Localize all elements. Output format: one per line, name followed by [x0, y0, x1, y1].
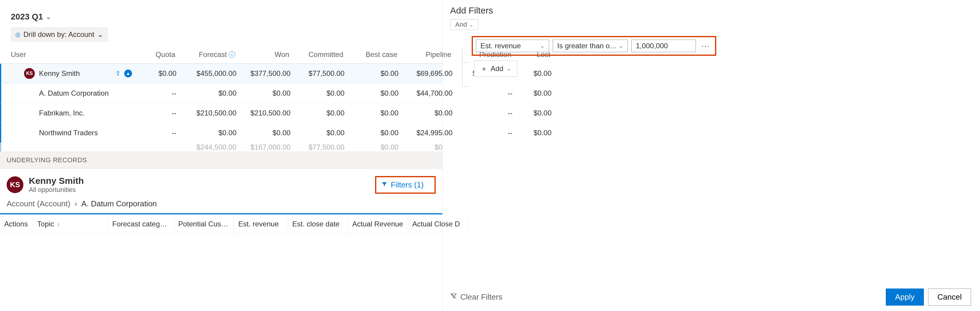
cell-forecast: $455,000.00	[180, 69, 240, 78]
cell-forecast: $0.00	[180, 89, 240, 97]
col-est-close-date[interactable]: Est. close date	[288, 214, 348, 233]
forecast-table-header: User Quota Forecast i Won Committed Best…	[0, 46, 442, 63]
cell-quota: --	[138, 109, 180, 117]
col-forecast-category[interactable]: Forecast category	[108, 214, 174, 233]
expand-icon[interactable]: ▲	[124, 70, 132, 78]
col-topic-label: Topic	[37, 220, 54, 228]
more-options-icon[interactable]: ⋯	[700, 41, 712, 51]
info-icon[interactable]: i	[229, 51, 235, 58]
period-selector[interactable]: 2023 Q1 ⌄	[0, 0, 442, 28]
filter-condition-row: Est. revenue ⌄ Is greater than or equal …	[472, 36, 716, 56]
cell-committed: $0.00	[294, 109, 348, 117]
breadcrumb-parent[interactable]: Account (Account)	[6, 199, 70, 208]
filter-pane-footer: Clear Filters Apply Cancel	[450, 289, 971, 306]
filter-operator-select[interactable]: Is greater than or equal ... ⌄	[553, 40, 628, 52]
filters-button[interactable]: Filters (1)	[376, 177, 428, 192]
cell-bestcase: $0.00	[348, 129, 402, 137]
col-topic[interactable]: Topic ↑	[33, 214, 108, 233]
footer-buttons: Apply Cancel	[881, 289, 971, 306]
cell-forecast: $0.00	[180, 129, 240, 137]
plus-icon: ＋	[480, 64, 488, 73]
col-est-revenue[interactable]: Est. revenue	[234, 214, 288, 233]
forecast-row-child[interactable]: Northwind Traders -- $0.00 $0.00 $0.00 $…	[0, 123, 442, 143]
col-forecast-label: Forecast	[199, 51, 227, 59]
logic-operator-pill[interactable]: And ⌄	[450, 19, 478, 30]
underlying-records-bar: UNDERLYING RECORDS	[0, 152, 442, 168]
account-cell: Fabrikam, Inc.	[12, 109, 138, 117]
filter-column-select[interactable]: Est. revenue ⌄	[476, 40, 549, 52]
col-committed[interactable]: Committed	[293, 51, 347, 59]
forecast-row-child[interactable]: A. Datum Corporation -- $0.00 $0.00 $0.0…	[0, 83, 442, 103]
cell-won: $0.00	[240, 129, 294, 137]
col-quota[interactable]: Quota	[137, 51, 179, 59]
account-cell: Northwind Traders	[12, 129, 138, 137]
cancel-button[interactable]: Cancel	[928, 289, 971, 306]
row-action-icons: ⇪ ▲	[115, 70, 132, 78]
cell-won: $167,000.00	[240, 143, 294, 151]
forecast-row-child[interactable]: Fabrikam, Inc. -- $210,500.00 $210,500.0…	[0, 103, 442, 123]
avatar: KS	[6, 176, 24, 193]
col-potential-customer[interactable]: Potential Customer	[174, 214, 234, 233]
add-condition-label: Add	[491, 65, 503, 73]
highlight-box: Filters (1)	[375, 176, 436, 194]
add-condition-button[interactable]: ＋ Add ⌄	[474, 60, 517, 77]
underlying-subtitle: All opportunities	[29, 186, 84, 194]
col-actual-revenue[interactable]: Actual Revenue	[348, 214, 408, 233]
col-won[interactable]: Won	[239, 51, 293, 59]
add-filters-title: Add Filters	[450, 5, 971, 16]
add-filters-pane: Add Filters And ⌄ Est. revenue ⌄ Is grea…	[447, 0, 980, 311]
cell-won: $377,500.00	[240, 69, 294, 78]
clear-filter-icon	[450, 292, 457, 302]
breadcrumb: Account (Account) › A. Datum Corporation	[0, 199, 442, 213]
chevron-down-icon: ⌄	[506, 65, 511, 72]
account-name: Fabrikam, Inc.	[39, 109, 84, 117]
col-bestcase[interactable]: Best case	[347, 51, 401, 59]
chevron-down-icon: ⌄	[540, 43, 545, 49]
forecast-row-child: $244,500.00 $167,000.00 $77,500.00 $0.00…	[0, 143, 442, 152]
underlying-title-block: Kenny Smith All opportunities	[29, 176, 84, 194]
apply-button[interactable]: Apply	[886, 289, 924, 306]
cell-committed: $0.00	[294, 129, 348, 137]
filter-value-text: 1,000,000	[636, 42, 668, 50]
cell-quota: --	[138, 89, 180, 97]
cell-committed: $77,500.00	[294, 143, 348, 151]
filter-operator-value: Is greater than or equal ...	[557, 42, 619, 50]
forecast-table: User Quota Forecast i Won Committed Best…	[0, 46, 442, 152]
chevron-down-icon: ⌄	[46, 13, 51, 21]
account-cell: A. Datum Corporation	[12, 89, 138, 97]
chevron-down-icon: ⌄	[97, 30, 103, 39]
cell-won: $210,500.00	[240, 109, 294, 117]
user-cell: KS Kenny Smith ⇪ ▲	[12, 68, 138, 79]
left-pane: 2023 Q1 ⌄ ◎ Drill down by: Account ⌄ Use…	[0, 0, 442, 311]
cell-bestcase: $0.00	[348, 109, 402, 117]
filters-button-label: Filters (1)	[391, 180, 424, 190]
cell-quota: $0.00	[138, 69, 180, 78]
col-forecast[interactable]: Forecast i	[179, 51, 239, 59]
account-name: Northwind Traders	[39, 129, 98, 137]
opportunity-table-header: Actions Topic ↑ Forecast category Potent…	[0, 213, 442, 234]
drill-down-label: Drill down by: Account	[24, 30, 94, 39]
cell-forecast: $210,500.00	[180, 109, 240, 117]
cell-pipeline: $0.00	[402, 143, 442, 151]
cell-won: $0.00	[240, 89, 294, 97]
breadcrumb-current: A. Datum Corporation	[81, 199, 157, 208]
underlying-title: Kenny Smith	[29, 176, 84, 186]
cell-bestcase: $0.00	[348, 143, 402, 151]
period-label: 2023 Q1	[11, 12, 43, 22]
filter-icon	[381, 180, 388, 190]
col-actions[interactable]: Actions	[0, 214, 33, 233]
filter-tree: And ⌄ Est. revenue ⌄ Is greater than or …	[450, 19, 971, 77]
col-user[interactable]: User	[11, 51, 137, 59]
filter-value-input[interactable]: 1,000,000	[631, 40, 696, 52]
cell-forecast: $244,500.00	[180, 143, 240, 151]
col-pipeline[interactable]: Pipeline	[401, 51, 455, 59]
clear-filters-button[interactable]: Clear Filters	[450, 292, 502, 302]
filter-column-value: Est. revenue	[480, 42, 521, 50]
chevron-down-icon: ⌄	[619, 43, 623, 49]
user-name: Kenny Smith	[39, 69, 80, 78]
forecast-row-primary[interactable]: KS Kenny Smith ⇪ ▲ $0.00 $455,000.00 $37…	[0, 63, 442, 83]
cell-committed: $0.00	[294, 89, 348, 97]
underlying-records-header: KS Kenny Smith All opportunities Filters…	[0, 168, 442, 199]
share-icon[interactable]: ⇪	[115, 70, 121, 78]
drill-down-pill[interactable]: ◎ Drill down by: Account ⌄	[11, 28, 108, 41]
